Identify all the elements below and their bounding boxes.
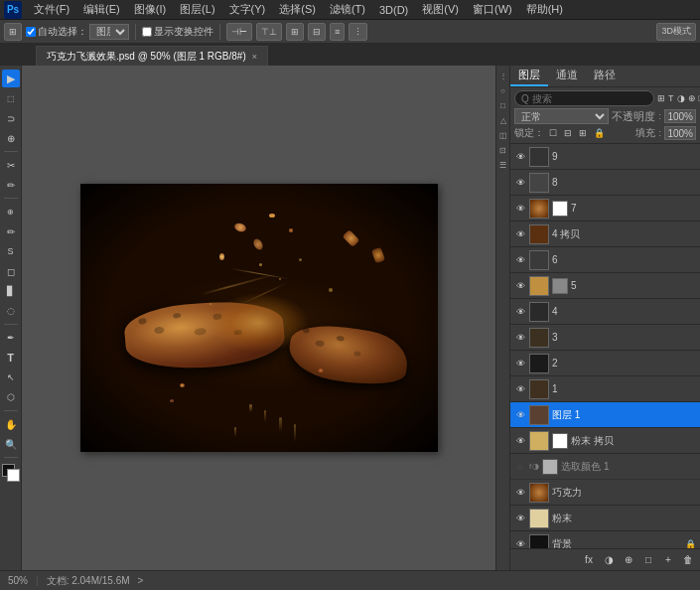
- layer-item[interactable]: 👁 2: [510, 351, 700, 376]
- lock-all-btn[interactable]: 🔒: [592, 127, 607, 139]
- show-transform-checkbox[interactable]: 显示变换控件: [142, 25, 213, 39]
- auto-select-mode-select[interactable]: 图层: [89, 24, 129, 40]
- layer-item[interactable]: 👁 背景 🔒: [510, 531, 700, 548]
- layer-item[interactable]: 👁 6: [510, 247, 700, 273]
- layer-item[interactable]: 👁 3: [510, 325, 700, 351]
- menu-filter[interactable]: 滤镜(T): [324, 2, 371, 17]
- path-select-tool[interactable]: ↖: [2, 369, 20, 386]
- align-v-btn[interactable]: ⋮: [349, 23, 367, 41]
- layer-visibility-toggle[interactable]: 👁: [514, 487, 526, 499]
- menu-edit[interactable]: 编辑(E): [77, 2, 126, 17]
- menu-file[interactable]: 文件(F): [28, 2, 75, 17]
- layer-item[interactable]: ○ f ◑ 选取颜色 1: [510, 454, 700, 480]
- tab-close-btn[interactable]: ×: [252, 52, 257, 62]
- layer-visibility-toggle[interactable]: 👁: [514, 513, 526, 524]
- layer-item[interactable]: 👁 4: [510, 299, 700, 325]
- menu-3d[interactable]: 3D(D): [373, 4, 414, 16]
- blur-tool[interactable]: ◌: [2, 302, 20, 320]
- layer-visibility-toggle[interactable]: 👁: [514, 177, 526, 189]
- fill-input[interactable]: [664, 126, 696, 140]
- layer-item[interactable]: 👁 9: [510, 144, 700, 170]
- layer-visibility-toggle[interactable]: 👁: [514, 254, 526, 266]
- layer-visibility-toggle[interactable]: 👁: [514, 306, 526, 318]
- layer-visibility-toggle[interactable]: 👁: [514, 280, 526, 292]
- menu-help[interactable]: 帮助(H): [520, 2, 569, 17]
- auto-select-checkbox[interactable]: 自动选择： 图层: [26, 24, 129, 40]
- menu-select[interactable]: 选择(S): [273, 2, 322, 17]
- layer-item[interactable]: 👁 4 拷贝: [510, 221, 700, 247]
- layer-new-btn[interactable]: +: [660, 552, 676, 568]
- lasso-tool[interactable]: ⊃: [2, 109, 20, 127]
- align-top-btn[interactable]: ⊞: [286, 23, 304, 41]
- filter-smart-icon[interactable]: ⊕: [688, 93, 696, 103]
- zoom-tool[interactable]: 🔍: [2, 435, 20, 453]
- layer-visibility-toggle[interactable]: 👁: [514, 358, 526, 369]
- color-boxes[interactable]: [2, 464, 20, 482]
- layer-visibility-toggle[interactable]: 👁: [514, 228, 526, 240]
- layer-group-btn[interactable]: □: [640, 552, 656, 568]
- layer-visibility-toggle[interactable]: 👁: [514, 203, 526, 215]
- mini-tool-3[interactable]: □: [497, 99, 509, 111]
- document-tab[interactable]: 巧克力飞溅效果.psd @ 50% (图层 1 RGB/8#) ×: [36, 46, 268, 66]
- layer-adjustment-btn[interactable]: ⊕: [621, 552, 636, 568]
- filter-adj-icon[interactable]: ◑: [677, 93, 685, 103]
- mini-tool-6[interactable]: ⊡: [497, 144, 509, 156]
- 3d-options-btn[interactable]: 3D模式: [656, 23, 696, 41]
- eraser-tool[interactable]: ◻: [2, 262, 20, 280]
- mini-tool-1[interactable]: ⋮: [497, 70, 509, 81]
- type-tool[interactable]: T: [2, 349, 20, 367]
- background-color[interactable]: [7, 469, 20, 482]
- layer-mask-btn[interactable]: ◑: [601, 552, 617, 568]
- layer-item[interactable]: 👁 1: [510, 376, 700, 402]
- filter-icon[interactable]: ⊞: [657, 93, 665, 103]
- layers-search-input[interactable]: [514, 90, 654, 106]
- move-tool[interactable]: ▶: [2, 70, 20, 87]
- clone-tool[interactable]: S: [2, 242, 20, 260]
- lock-image-btn[interactable]: ⊞: [577, 127, 589, 139]
- layer-visibility-toggle[interactable]: 👁: [514, 409, 526, 421]
- menu-window[interactable]: 窗口(W): [467, 2, 518, 17]
- layer-visibility-toggle[interactable]: 👁: [514, 151, 526, 163]
- layer-item[interactable]: 👁 8: [510, 170, 700, 196]
- lock-position-btn[interactable]: ☐: [547, 127, 559, 139]
- tab-channels[interactable]: 通道: [548, 66, 586, 86]
- eyedropper-tool[interactable]: ✏: [2, 176, 20, 194]
- blend-mode-select[interactable]: 正常: [514, 108, 609, 124]
- mini-tool-2[interactable]: ○: [497, 84, 509, 96]
- align-h-btn[interactable]: ≡: [330, 23, 345, 41]
- healing-tool[interactable]: ⊕: [2, 203, 20, 221]
- layer-item[interactable]: 👁 7: [510, 196, 700, 221]
- align-bottom-btn[interactable]: ⊟: [308, 23, 326, 41]
- menu-view[interactable]: 视图(V): [416, 2, 465, 17]
- tab-layers[interactable]: 图层: [510, 66, 548, 86]
- mini-tool-7[interactable]: ☰: [497, 159, 509, 171]
- menu-image[interactable]: 图像(I): [128, 2, 172, 17]
- layer-delete-btn[interactable]: 🗑: [680, 552, 696, 568]
- layer-visibility-toggle[interactable]: 👁: [514, 538, 526, 549]
- layer-item[interactable]: 👁 粉末: [510, 506, 700, 531]
- filter-type-icon[interactable]: T: [668, 93, 674, 103]
- layer-item[interactable]: 👁 图层 1: [510, 402, 700, 428]
- layer-fx-btn[interactable]: fx: [581, 552, 597, 568]
- pen-tool[interactable]: ✒: [2, 329, 20, 347]
- layer-visibility-toggle[interactable]: 👁: [514, 332, 526, 344]
- layer-visibility-toggle[interactable]: 👁: [514, 383, 526, 395]
- align-center-btn[interactable]: ⊤⊥: [256, 23, 282, 41]
- canvas-area[interactable]: [22, 66, 495, 570]
- menu-type[interactable]: 文字(Y): [223, 2, 272, 17]
- shape-tool[interactable]: ⬡: [2, 388, 20, 406]
- layer-item[interactable]: 👁 巧克力: [510, 480, 700, 506]
- layer-visibility-toggle[interactable]: ○: [514, 461, 526, 473]
- menu-layer[interactable]: 图层(L): [174, 2, 220, 17]
- status-arrow[interactable]: >: [138, 575, 144, 586]
- crop-tool[interactable]: ✂: [2, 156, 20, 174]
- layer-item[interactable]: 👁 粉末 拷贝: [510, 428, 700, 454]
- mini-tool-4[interactable]: △: [497, 114, 509, 126]
- quick-select-tool[interactable]: ⊕: [2, 129, 20, 147]
- layer-item[interactable]: 👁 5: [510, 273, 700, 299]
- mini-tool-5[interactable]: ◫: [497, 129, 509, 141]
- align-left-btn[interactable]: ⊣⊢: [226, 23, 252, 41]
- opacity-input[interactable]: [664, 109, 696, 123]
- layer-visibility-toggle[interactable]: 👁: [514, 435, 526, 447]
- tab-paths[interactable]: 路径: [586, 66, 624, 86]
